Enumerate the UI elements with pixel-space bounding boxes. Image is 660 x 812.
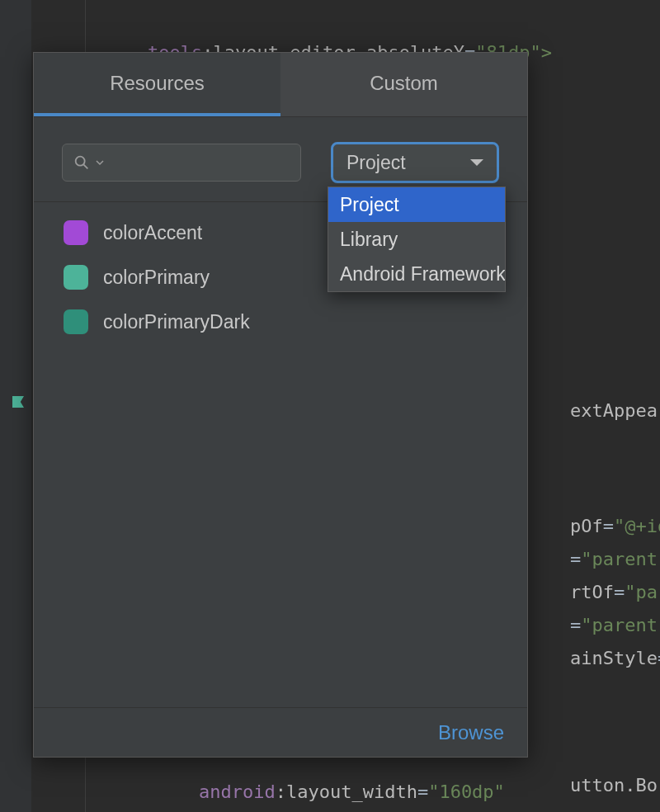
code-frag: ainStyle [570, 648, 658, 668]
popup-footer: Browse [34, 707, 527, 757]
tab-resources[interactable]: Resources [34, 53, 280, 116]
svg-line-1 [83, 164, 87, 168]
resource-name: colorAccent [103, 222, 202, 244]
color-swatch [64, 309, 88, 334]
code-frag: utton.Border [570, 775, 660, 795]
color-swatch [64, 220, 88, 245]
svg-point-0 [76, 157, 85, 166]
popup-tabs: Resources Custom [34, 53, 527, 117]
browse-link[interactable]: Browse [438, 721, 504, 744]
search-icon [73, 153, 91, 172]
tab-custom[interactable]: Custom [280, 53, 527, 116]
resource-picker-popup: Resources Custom Project Project Library… [33, 52, 528, 758]
scope-selected: Project [346, 152, 406, 174]
resource-name: colorPrimaryDark [103, 311, 250, 333]
chevron-down-icon [470, 159, 483, 166]
code-close: > [541, 42, 552, 63]
bookmark-icon[interactable] [12, 396, 24, 408]
resource-item-colorprimarydark[interactable]: colorPrimaryDark [47, 300, 514, 344]
scope-option-android-framework[interactable]: Android Framework [328, 257, 505, 291]
editor-gutter [0, 0, 31, 812]
scope-option-project[interactable]: Project [328, 187, 505, 222]
resource-name: colorPrimary [103, 267, 210, 289]
chevron-down-icon [96, 158, 104, 167]
code-frag: extAppearanc [570, 400, 660, 421]
scope-option-library[interactable]: Library [328, 222, 505, 257]
scope-dropdown-menu: Project Library Android Framework [328, 186, 506, 292]
color-swatch [64, 265, 88, 290]
popup-toolbar: Project Project Library Android Framewor… [34, 117, 527, 202]
scope-dropdown[interactable]: Project [331, 142, 499, 183]
search-input[interactable] [62, 144, 301, 182]
search-field[interactable] [114, 153, 323, 172]
